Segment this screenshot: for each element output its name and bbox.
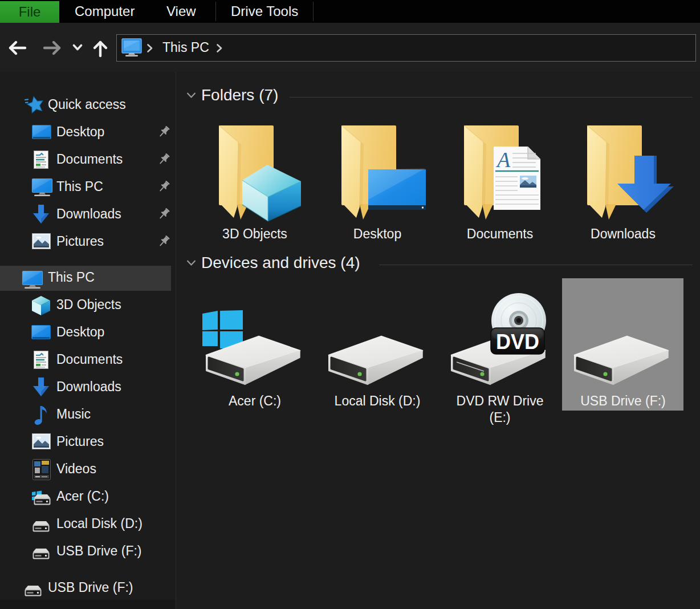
svg-text:DVD: DVD <box>496 330 539 354</box>
svg-text:A: A <box>495 148 511 172</box>
